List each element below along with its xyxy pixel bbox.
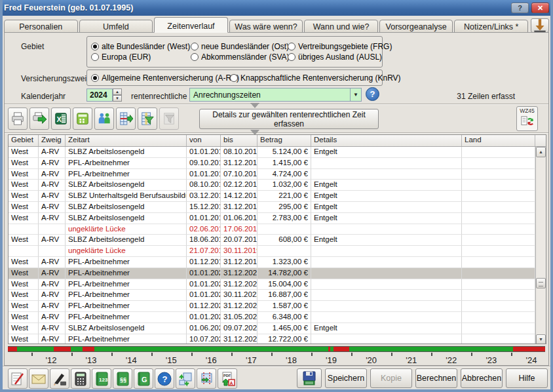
scroll-up-button[interactable]: ▲ xyxy=(536,147,546,157)
radio-icon xyxy=(191,53,199,61)
column-header-gebiet[interactable]: Gebiet xyxy=(9,135,39,146)
pdf-export-button[interactable]: PDF A xyxy=(218,368,237,389)
berechnen-button[interactable]: Berechnen xyxy=(415,368,457,388)
book-glossary-icon: G xyxy=(136,371,151,387)
dock-window-button[interactable] xyxy=(531,18,549,33)
table-row[interactable]: WestA-RVSLBZ Unterhaltsgeld Berufsausbil… xyxy=(9,191,546,202)
table-header: GebietZweigZeitartvonbisBetragDetailsLan… xyxy=(9,135,546,147)
wz45-button[interactable]: WZ45 xyxy=(516,106,538,131)
column-header-details[interactable]: Details xyxy=(311,135,462,146)
table-calc-button[interactable] xyxy=(73,108,92,130)
signature-button[interactable] xyxy=(50,368,69,389)
tab-umfeld[interactable]: Umfeld xyxy=(79,20,153,33)
tab-wann-und-wie[interactable]: Wann und wie? xyxy=(304,20,378,33)
book-law-button[interactable]: §§ xyxy=(113,368,132,389)
table-row[interactable]: WestA-RVSLBZ Arbeitslosengeld18.06.20192… xyxy=(9,235,546,246)
column-header-land[interactable]: Land xyxy=(462,135,535,146)
window-compare-button[interactable] xyxy=(197,368,216,389)
scrollbar-thumb[interactable] xyxy=(536,278,546,288)
rentenrechtliche-zeit-dropdown[interactable]: Anrechnungszeiten ▼ xyxy=(189,88,362,102)
gebiet-option-europa-eur[interactable]: Europa (EUR) xyxy=(91,52,191,62)
kalenderjahr-input[interactable]: 2024 xyxy=(86,88,113,102)
column-header-betrag[interactable]: Betrag xyxy=(257,135,311,146)
timeline-tick xyxy=(111,353,113,356)
timeline-tick xyxy=(391,353,392,356)
titlebar-help-button[interactable]: ? xyxy=(511,3,529,13)
table-row[interactable]: WestA-RVSLBZ Arbeitslosengeld08.10.20180… xyxy=(9,180,546,191)
help-button[interactable]: ? xyxy=(155,368,174,389)
table-row-gap[interactable]: ungeklärte Lücke02.06.201917.06.2019 xyxy=(9,224,546,235)
zweig-option-allgemeine-rentenversicherung-a-rv[interactable]: Allgemeine Rentenversicherung (A-RV) xyxy=(91,73,230,83)
timeline-segment xyxy=(17,347,54,351)
column-header-bis[interactable]: bis xyxy=(221,135,257,146)
timeline-year-label: '21 xyxy=(395,355,428,365)
gebiet-option-vertreibungsgebiete-frg[interactable]: Vertreibungsgebiete (FRG) xyxy=(288,42,392,51)
window-sync-button[interactable] xyxy=(176,368,195,389)
tab-was-w-re-wenn[interactable]: Was wäre wenn? xyxy=(229,20,303,33)
column-header-zeitart[interactable]: Zeitart xyxy=(66,135,187,146)
calculator-button[interactable] xyxy=(71,368,90,389)
table-row[interactable]: WestA-RVPFL-Arbeitnehmer01.01.202131.12.… xyxy=(9,279,546,290)
tab-zeitenverlauf[interactable]: Zeitenverlauf xyxy=(154,17,228,33)
radio-icon xyxy=(91,74,99,82)
toolbar: X xyxy=(8,108,179,130)
table-row[interactable]: WestA-RVPFL-Arbeitnehmer01.12.201931.12.… xyxy=(9,257,546,268)
book-123-button[interactable]: 123 xyxy=(92,368,111,389)
table-row[interactable]: WestA-RVPFL-Arbeitnehmer09.10.201731.12.… xyxy=(9,158,546,169)
table-shift-button[interactable] xyxy=(116,108,136,130)
titlebar[interactable]: Fred Feuerstein (geb. 01.07.1995) ? ✕ xyxy=(0,0,553,16)
kalenderjahr-spinner: ▲ ▼ xyxy=(113,88,122,102)
table-row[interactable]: WestA-RVSLBZ Arbeitslosengeld01.06.20230… xyxy=(9,323,546,334)
abbrechen-button[interactable]: Abbrechen xyxy=(461,368,503,388)
help-icon: ? xyxy=(157,371,172,387)
chevron-down-icon[interactable]: ▼ xyxy=(350,88,361,101)
details-erfassen-button[interactable]: Details zur gewählten rentenrechtlichen … xyxy=(199,109,379,129)
table-filter-button[interactable] xyxy=(138,108,157,130)
spinner-up-button[interactable]: ▲ xyxy=(113,88,122,95)
book-glossary-button[interactable]: G xyxy=(134,368,153,389)
table-row[interactable]: WestA-RVPFL-Arbeitnehmer01.01.202230.11.… xyxy=(9,290,546,301)
save-floppy-button[interactable] xyxy=(297,368,322,388)
table-row[interactable]: WestA-RVPFL-Arbeitnehmer10.07.202331.12.… xyxy=(9,334,546,343)
hilfe-button[interactable]: Hilfe xyxy=(506,368,548,388)
tab-bar: PersonalienUmfeldZeitenverlaufWas wäre w… xyxy=(3,17,550,33)
tab-personalien[interactable]: Personalien xyxy=(4,20,78,33)
table-row[interactable]: WestA-RVSLBZ Arbeitslosengeld01.01.20190… xyxy=(9,213,546,224)
gebiet-option-neue-bundesl-nder-ost[interactable]: neue Bundesländer (Ost) xyxy=(191,42,288,51)
svg-text:?: ? xyxy=(162,374,168,384)
persons-button[interactable] xyxy=(94,108,114,130)
gebiet-option-abkommensl-nder-sva[interactable]: Abkommensländer (SVA) xyxy=(191,52,288,62)
titlebar-close-button[interactable]: ✕ xyxy=(531,3,549,13)
footer-buttons: SpeichernKopieBerechnenAbbrechenHilfe xyxy=(325,368,548,388)
tab-vorsorgeanalyse[interactable]: Vorsorgeanalyse xyxy=(379,20,453,33)
speichern-button[interactable]: Speichern xyxy=(325,368,367,388)
table-row[interactable]: WestA-RVSLBZ Arbeitslosengeld01.01.20170… xyxy=(9,147,546,158)
table-row[interactable]: WestA-RVPFL-Arbeitnehmer01.01.202031.12.… xyxy=(9,268,546,279)
print-export-button[interactable] xyxy=(29,108,49,130)
excel-export-button[interactable]: X xyxy=(51,108,71,130)
form-edit-button[interactable] xyxy=(8,368,28,389)
column-header-zweig[interactable]: Zweig xyxy=(39,135,66,146)
table-row[interactable]: WestA-RVPFL-Arbeitnehmer01.01.202331.05.… xyxy=(9,312,546,323)
print-button[interactable] xyxy=(8,108,28,130)
timeline-tick xyxy=(431,353,432,356)
tab-notizen-links[interactable]: Notizen/Links * xyxy=(454,20,528,33)
timeline-segment xyxy=(349,347,513,351)
table-row[interactable]: WestA-RVPFL-Arbeitnehmer01.01.201807.10.… xyxy=(9,169,546,180)
zweig-option-knappschaftliche-rentenversicherung-knrv[interactable]: Knappschaftliche Rentenversicherung (KnR… xyxy=(230,73,401,83)
gebiet-option-alte-bundesl-nder-west[interactable]: alte Bundesländer (West) xyxy=(91,42,191,51)
zeit-help-button[interactable]: ? xyxy=(366,87,379,101)
table-row[interactable]: WestA-RVSLBZ Arbeitslosengeld15.12.20183… xyxy=(9,202,546,213)
gebiet-option-briges-ausland-ausl[interactable]: übriges Ausland (AUSL) xyxy=(288,52,392,62)
spinner-down-button[interactable]: ▼ xyxy=(113,95,122,102)
scroll-down-button[interactable]: ▼ xyxy=(536,334,546,344)
table-row[interactable]: WestA-RVPFL-Arbeitnehmer01.12.202231.12.… xyxy=(9,301,546,312)
table-row-gap[interactable]: ungeklärte Lücke21.07.201930.11.2019 xyxy=(9,246,546,257)
filter-clear-button[interactable] xyxy=(159,108,179,130)
kopie-button[interactable]: Kopie xyxy=(370,368,412,388)
column-header-von[interactable]: von xyxy=(187,135,221,146)
floppy-icon xyxy=(301,370,317,386)
radio-icon xyxy=(191,43,199,50)
envelope-button[interactable] xyxy=(29,368,48,389)
table-scrollbar[interactable]: ▲ ▼ xyxy=(535,147,546,344)
